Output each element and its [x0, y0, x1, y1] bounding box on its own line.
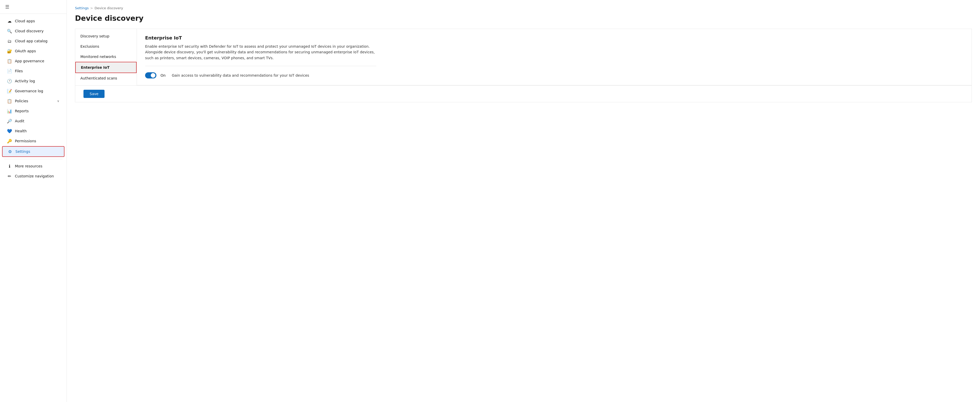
enterprise-iot-toggle[interactable] — [145, 72, 156, 78]
activity-log-icon: 🕐 — [7, 79, 12, 83]
nav-separator — [4, 159, 62, 159]
breadcrumb-settings[interactable]: Settings — [75, 6, 89, 10]
sub-nav-item-authenticated-scans[interactable]: Authenticated scans — [75, 73, 137, 83]
cloud-discovery-icon: 🔍 — [7, 29, 12, 33]
sidebar-item-audit[interactable]: 🔎Audit — [2, 116, 64, 126]
sidebar-item-health[interactable]: 💙Health — [2, 126, 64, 136]
sidebar-label-governance-log: Governance log — [15, 89, 59, 93]
sidebar-label-reports: Reports — [15, 109, 59, 113]
toggle-description: Gain access to vulnerability data and re… — [172, 73, 309, 78]
sub-nav-item-monitored-networks[interactable]: Monitored networks — [75, 52, 137, 62]
main-content: Settings > Device discovery Device disco… — [67, 0, 980, 402]
sidebar-item-activity-log[interactable]: 🕐Activity log — [2, 76, 64, 86]
sidebar-item-cloud-app-catalog[interactable]: 🗂Cloud app catalog — [2, 36, 64, 46]
app-governance-icon: 📋 — [7, 59, 12, 63]
panel-inner: Discovery setupExclusionsMonitored netwo… — [75, 29, 972, 85]
customize-navigation-icon: ✏ — [7, 174, 12, 179]
sidebar-item-customize-navigation[interactable]: ✏Customize navigation — [2, 171, 64, 181]
more-resources-icon: ℹ — [7, 164, 12, 168]
sidebar-label-settings: Settings — [16, 149, 59, 154]
sidebar: ☰ ☁Cloud apps🔍Cloud discovery🗂Cloud app … — [0, 0, 67, 402]
toggle-row: On Gain access to vulnerability data and… — [145, 72, 963, 78]
cloud-apps-icon: ☁ — [7, 19, 12, 23]
files-icon: 📄 — [7, 69, 12, 73]
detail-title: Enterprise IoT — [145, 35, 963, 41]
detail-description: Enable enterprise IoT security with Defe… — [145, 44, 376, 66]
save-area: Save — [75, 85, 972, 102]
oauth-apps-icon: 🔐 — [7, 49, 12, 53]
health-icon: 💙 — [7, 129, 12, 133]
sidebar-label-policies: Policies — [15, 99, 54, 103]
sidebar-label-cloud-apps: Cloud apps — [15, 19, 59, 23]
sidebar-item-app-governance[interactable]: 📋App governance — [2, 56, 64, 66]
toggle-state-label: On — [161, 73, 165, 78]
sidebar-label-audit: Audit — [15, 119, 59, 123]
chevron-down-icon: ∨ — [57, 99, 59, 103]
sidebar-label-customize-navigation: Customize navigation — [15, 174, 59, 178]
sidebar-label-files: Files — [15, 69, 59, 73]
device-discovery-panel: Discovery setupExclusionsMonitored netwo… — [75, 29, 972, 102]
sidebar-item-reports[interactable]: 📊Reports — [2, 106, 64, 116]
sidebar-item-files[interactable]: 📄Files — [2, 66, 64, 76]
sidebar-label-app-governance: App governance — [15, 59, 59, 63]
sidebar-label-activity-log: Activity log — [15, 79, 59, 83]
sidebar-item-governance-log[interactable]: 📝Governance log — [2, 86, 64, 96]
cloud-app-catalog-icon: 🗂 — [7, 39, 12, 43]
sidebar-item-more-resources[interactable]: ℹMore resources — [2, 161, 64, 171]
sidebar-label-more-resources: More resources — [15, 164, 59, 168]
sub-nav-item-exclusions[interactable]: Exclusions — [75, 41, 137, 52]
governance-log-icon: 📝 — [7, 89, 12, 93]
content-area: Settings > Device discovery Device disco… — [67, 0, 980, 402]
sidebar-item-cloud-discovery[interactable]: 🔍Cloud discovery — [2, 26, 64, 36]
settings-icon: ⚙ — [8, 149, 12, 154]
sidebar-label-cloud-app-catalog: Cloud app catalog — [15, 39, 59, 43]
sidebar-label-permissions: Permissions — [15, 139, 59, 143]
audit-icon: 🔎 — [7, 119, 12, 123]
permissions-icon: 🔑 — [7, 139, 12, 143]
page-title: Device discovery — [75, 14, 972, 22]
hamburger-icon[interactable]: ☰ — [5, 4, 9, 9]
detail-panel: Enterprise IoT Enable enterprise IoT sec… — [137, 29, 972, 85]
reports-icon: 📊 — [7, 109, 12, 113]
policies-icon: 📋 — [7, 99, 12, 103]
sidebar-item-settings[interactable]: ⚙Settings — [2, 146, 64, 157]
sidebar-item-permissions[interactable]: 🔑Permissions — [2, 136, 64, 146]
save-button[interactable]: Save — [83, 90, 105, 98]
sub-navigation: Discovery setupExclusionsMonitored netwo… — [75, 29, 137, 85]
breadcrumb-separator: > — [90, 6, 93, 10]
sidebar-item-policies[interactable]: 📋Policies∨ — [2, 96, 64, 106]
sidebar-item-cloud-apps[interactable]: ☁Cloud apps — [2, 16, 64, 26]
sidebar-label-oauth-apps: OAuth apps — [15, 49, 59, 53]
sidebar-label-cloud-discovery: Cloud discovery — [15, 29, 59, 33]
sub-nav-item-discovery-setup[interactable]: Discovery setup — [75, 31, 137, 41]
breadcrumb-current: Device discovery — [94, 6, 123, 10]
sidebar-label-health: Health — [15, 129, 59, 133]
sidebar-header: ☰ — [0, 0, 67, 14]
sub-nav-item-enterprise-iot[interactable]: Enterprise IoT — [75, 62, 137, 73]
breadcrumb: Settings > Device discovery — [75, 6, 972, 10]
sidebar-item-oauth-apps[interactable]: 🔐OAuth apps — [2, 46, 64, 56]
